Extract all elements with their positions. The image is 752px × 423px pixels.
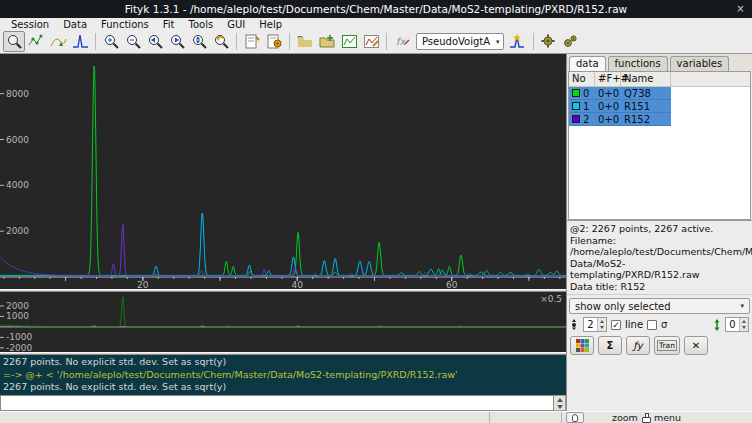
dataset-no: 0 [583, 88, 589, 99]
column-header-no[interactable]: No [569, 72, 595, 86]
scroll-up-icon[interactable] [554, 396, 565, 403]
menu-session[interactable]: Session [4, 19, 56, 30]
line-checkbox[interactable]: ✓ [611, 320, 621, 330]
export-plot-button[interactable] [338, 31, 360, 52]
dataset-list: No #F+# Name 0 0+0 Q738 1 0+0 R151 2 0+0… [568, 71, 751, 220]
menu-data[interactable]: Data [56, 19, 94, 30]
menubar: Session Data Functions Fit Tools GUI Hel… [0, 18, 752, 30]
run-script-icon [266, 33, 283, 50]
peak-icon [72, 33, 89, 50]
fy-transform-button[interactable]: ƒy [626, 336, 650, 355]
auto-add-button[interactable]: fx [391, 31, 413, 52]
table-row[interactable]: 2 0+0 R152 [569, 113, 671, 126]
dataset-color-swatch [572, 89, 580, 97]
dataset-name: R151 [621, 100, 671, 112]
zoom-mode-button[interactable] [3, 31, 25, 52]
tab-data[interactable]: data [569, 56, 606, 71]
stepper-down-icon[interactable] [598, 325, 606, 332]
window-title: Fityk 1.3.1 - /home/aleplo/test/Document… [125, 3, 627, 15]
chevron-down-icon: ▾ [496, 38, 500, 46]
zoom-out-button[interactable] [122, 31, 144, 52]
shift-stepper[interactable]: 0 [725, 317, 749, 332]
data-range-mode-button[interactable] [25, 31, 47, 52]
add-peak-mode-button[interactable] [69, 31, 91, 52]
tab-variables[interactable]: variables [670, 56, 730, 71]
input-history-scroll[interactable] [554, 395, 566, 411]
aux-plot[interactable]: 20001000-1000-2000×0.5 [0, 292, 566, 352]
mouse-mode-button[interactable] [566, 412, 584, 423]
zoom-previous-button[interactable] [210, 31, 232, 52]
fit-settings-button[interactable] [560, 31, 582, 52]
tab-functions[interactable]: functions [608, 56, 668, 71]
baseline-curve-icon [50, 33, 67, 50]
main-content: 2040602000400060008000 20001000-1000-200… [0, 54, 752, 411]
main-plot[interactable]: 2040602000400060008000 [0, 54, 566, 289]
dataset-fcount: 0+0 [595, 100, 621, 112]
line-checkbox-label: line [625, 319, 643, 330]
command-input[interactable] [0, 395, 554, 411]
table-row[interactable]: 0 0+0 Q738 [569, 87, 671, 100]
edit-script-button[interactable] [241, 31, 263, 52]
function-type-value: PseudoVoigtA [422, 36, 490, 47]
column-header-name[interactable]: Name [621, 72, 671, 86]
open-data-button[interactable] [294, 31, 316, 52]
point-size-stepper[interactable]: 2 [583, 317, 607, 332]
sigma-checkbox[interactable] [647, 320, 657, 330]
zoom-left-button[interactable] [144, 31, 166, 52]
close-window-icon[interactable]: × [734, 2, 747, 15]
sidebar: data functions variables No #F+# Name 0 … [566, 54, 752, 411]
svg-text:40: 40 [292, 280, 304, 289]
background-mode-button[interactable] [47, 31, 69, 52]
zoom-left-icon [147, 33, 164, 50]
svg-text:-2000: -2000 [6, 343, 32, 352]
dataset-fcount: 0+0 [595, 113, 621, 125]
dataset-color-swatch [572, 102, 580, 110]
zoom-in-button[interactable] [100, 31, 122, 52]
sidebar-filler [567, 358, 752, 411]
append-data-button[interactable] [316, 31, 338, 52]
palette-icon [576, 339, 589, 352]
console-output: 2267 points. No explicit std. dev. Set a… [0, 355, 566, 395]
zoom-previous-icon [213, 33, 230, 50]
filter-dropdown[interactable]: show only selected ▾ [569, 298, 750, 314]
delete-button[interactable]: ✕ [684, 336, 708, 355]
zoom-right-button[interactable] [166, 31, 188, 52]
run-script-button[interactable] [263, 31, 285, 52]
colors-button[interactable] [570, 336, 594, 355]
info-line: @2: 2267 points, 2267 active. [570, 223, 749, 235]
sum-button[interactable]: Σ [598, 336, 622, 355]
menu-functions[interactable]: Functions [94, 19, 156, 30]
point-size-value: 2 [584, 318, 597, 331]
dataset-info: @2: 2267 points, 2267 active. Filename: … [567, 220, 752, 295]
right-click-hint: menu [654, 412, 681, 423]
svg-text:1000: 1000 [6, 311, 29, 321]
toolbar-separator [289, 33, 290, 50]
data-editor-button[interactable] [360, 31, 382, 52]
add-function-button[interactable] [507, 31, 529, 52]
zoom-in-icon [103, 33, 120, 50]
menu-tools[interactable]: Tools [182, 19, 221, 30]
toolbar-separator [386, 33, 387, 50]
transform-button[interactable]: Tran [654, 336, 680, 355]
table-row[interactable]: 1 0+0 R151 [569, 100, 671, 113]
plot-edit-icon [363, 33, 380, 50]
toolbar-separator [236, 33, 237, 50]
menu-fit[interactable]: Fit [156, 19, 182, 30]
menu-help[interactable]: Help [252, 19, 289, 30]
toolbar: fx PseudoVoigtA ▾ [0, 30, 752, 54]
function-type-dropdown[interactable]: PseudoVoigtA ▾ [416, 33, 504, 50]
titlebar: Fityk 1.3.1 - /home/aleplo/test/Document… [0, 0, 752, 18]
sidebar-buttons: Σ ƒy Tran ✕ [567, 334, 752, 358]
svg-text:4000: 4000 [6, 180, 29, 190]
column-header-f[interactable]: #F+# [595, 72, 621, 86]
zoom-vertical-button[interactable] [188, 31, 210, 52]
stepper-down-icon[interactable] [740, 325, 748, 332]
run-fit-button[interactable] [538, 31, 560, 52]
dataset-no: 2 [583, 114, 589, 125]
svg-text:-1000: -1000 [6, 332, 32, 342]
info-line: Data title: R152 [570, 281, 749, 293]
run-fit-gear-icon [540, 33, 557, 50]
scroll-down-icon[interactable] [554, 403, 565, 410]
menu-gui[interactable]: GUI [220, 19, 252, 30]
zoom-out-icon [125, 33, 142, 50]
